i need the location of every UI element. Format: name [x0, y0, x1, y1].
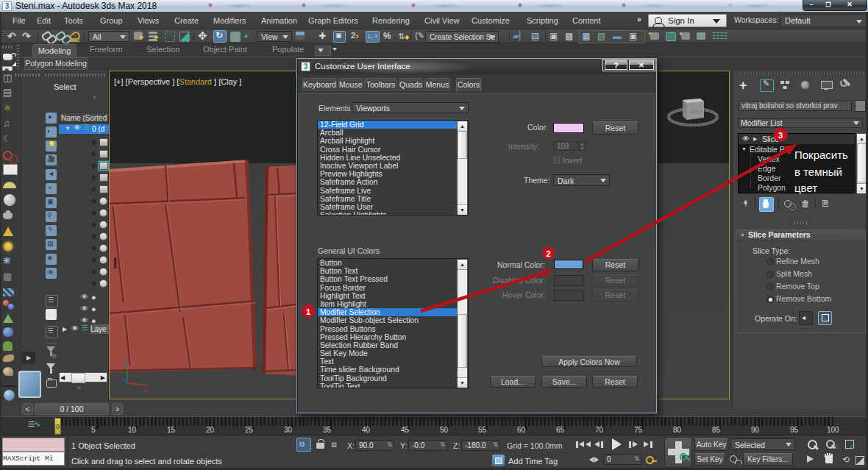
svg-text:z: z [124, 360, 127, 366]
svg-text:FRONT: FRONT [690, 110, 702, 114]
svg-text:x: x [144, 387, 147, 394]
